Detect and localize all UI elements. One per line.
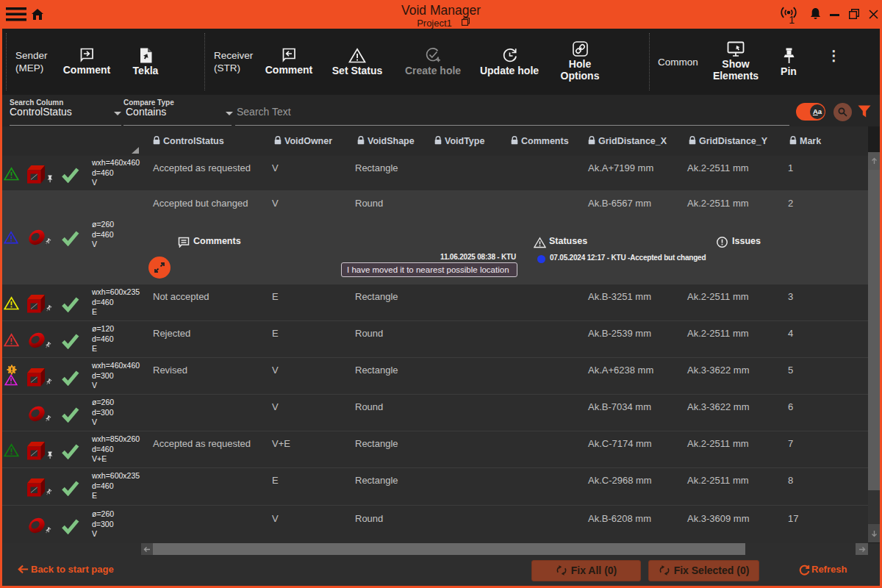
svg-text:1: 1 [789,14,795,24]
